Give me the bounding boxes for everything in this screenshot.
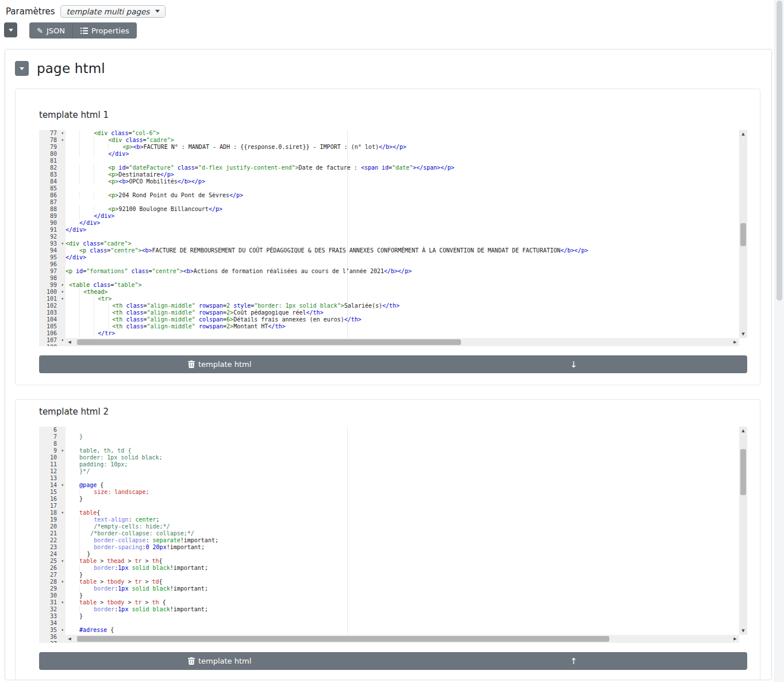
fold-marker-icon[interactable]: ▾ <box>61 482 64 489</box>
page-scrollbar-thumb[interactable] <box>777 1 782 301</box>
fold-marker-icon[interactable]: ▾ <box>61 578 64 585</box>
line-number: 92 <box>39 233 66 240</box>
line-number: 101▾ <box>39 296 66 302</box>
scroll-right-arrow-icon[interactable]: ▶ <box>731 635 739 643</box>
scroll-left-arrow-icon[interactable]: ◀ <box>66 338 74 346</box>
line-number: 12 <box>39 468 66 475</box>
line-number: 88 <box>39 206 66 213</box>
page-title: page html <box>37 61 105 76</box>
code-line <box>66 620 739 627</box>
line-number: 82 <box>39 164 66 171</box>
line-number: 10 <box>39 454 66 461</box>
line-number: 29 <box>39 585 66 592</box>
code-line: <p class="centre"><b>FACTURE DE REMBOURS… <box>66 247 739 254</box>
vertical-scrollbar[interactable]: ▲▼ <box>739 130 747 338</box>
code-line: <th class="align-middle" colspan=6>Détai… <box>66 316 739 323</box>
scroll-up-arrow-icon[interactable]: ▲ <box>739 427 747 435</box>
code-line: size: landscape; <box>66 489 739 496</box>
code-line: <div class="col-6"> <box>66 130 739 137</box>
vertical-scrollbar-thumb[interactable] <box>740 449 746 495</box>
move-template-down-button[interactable]: ↓ <box>400 355 747 373</box>
editor-code-area[interactable]: } table, th, td { border: 1px solid blac… <box>66 427 739 643</box>
fold-marker-icon[interactable]: ▾ <box>61 447 64 454</box>
line-number: 90 <box>39 220 66 227</box>
line-number: 98 <box>39 275 66 282</box>
fold-marker-icon[interactable]: ▾ <box>61 240 64 247</box>
fold-marker-icon[interactable]: ▾ <box>61 627 64 634</box>
fold-marker-icon[interactable]: ▾ <box>61 509 64 516</box>
fold-marker-icon[interactable]: ▾ <box>61 130 64 137</box>
line-number: 104 <box>39 316 66 323</box>
line-number: 16 <box>39 496 66 503</box>
code-line: <th class="align-middle" rowspan=2>Monta… <box>66 323 739 330</box>
line-number: 83 <box>39 171 66 178</box>
line-number: 27 <box>39 572 66 578</box>
parameters-label: Paramètres <box>6 6 55 17</box>
scroll-up-arrow-icon[interactable]: ▲ <box>739 130 747 138</box>
code-line: } <box>66 551 739 558</box>
code-line: <p><b>FACTURE N° : MANDAT - ADH : {{resp… <box>66 144 739 151</box>
fold-marker-icon[interactable]: ▾ <box>61 558 64 565</box>
line-number: 36 <box>39 634 66 641</box>
page-html-collapse-button[interactable] <box>15 61 29 76</box>
delete-template-button[interactable]: template html <box>39 652 400 670</box>
code-editor[interactable]: 6789▾1011121314▾15161718▾19202122232425▾… <box>39 427 747 643</box>
template-select[interactable]: template multi pages <box>60 5 166 18</box>
toolbar: ✎ JSON Properties <box>4 22 784 40</box>
line-number: 102 <box>39 302 66 309</box>
fold-marker-icon[interactable]: ▾ <box>61 337 64 344</box>
properties-view-button[interactable]: Properties <box>72 22 137 39</box>
horizontal-scrollbar-thumb[interactable] <box>77 339 461 345</box>
line-number: 94 <box>39 247 66 254</box>
horizontal-scrollbar-thumb[interactable] <box>77 636 609 642</box>
template-card-1: template html 177▾78▾7980818283848586878… <box>15 89 760 385</box>
line-number: 81 <box>39 158 66 164</box>
vertical-scrollbar[interactable]: ▲▼ <box>739 427 747 635</box>
code-line: table > tbody > tr > th { <box>66 599 739 606</box>
code-line: <div class="cadre"> <box>66 240 739 247</box>
template-actions-bar: template html↓ <box>39 355 747 373</box>
code-line: table > tbody > tr > td{ <box>66 578 739 585</box>
scroll-down-arrow-icon[interactable]: ▼ <box>739 330 747 338</box>
code-line: border:1px solid black!important; <box>66 606 739 613</box>
scroll-right-arrow-icon[interactable]: ▶ <box>731 338 739 346</box>
template-cards-container: template html 177▾78▾7980818283848586878… <box>15 89 760 680</box>
page-scrollbar[interactable] <box>774 0 784 682</box>
code-line: #adresse { <box>66 627 739 634</box>
json-view-button[interactable]: ✎ JSON <box>29 22 72 39</box>
scroll-left-arrow-icon[interactable]: ◀ <box>66 635 74 643</box>
scroll-down-arrow-icon[interactable]: ▼ <box>739 627 747 635</box>
line-number: 21 <box>39 530 66 537</box>
code-editor[interactable]: 77▾78▾798081828384858687888990919293▾949… <box>39 130 747 346</box>
code-line <box>66 233 739 240</box>
move-template-up-button[interactable]: ↑ <box>400 652 747 670</box>
fold-marker-icon[interactable]: ▾ <box>61 599 64 606</box>
code-line: border: 1px solid black; <box>66 454 739 461</box>
vertical-scrollbar-thumb[interactable] <box>740 223 746 246</box>
horizontal-scrollbar[interactable]: ◀▶ <box>66 338 739 346</box>
properties-view-label: Properties <box>91 26 129 35</box>
code-line: </div> <box>66 227 739 233</box>
line-number: 24 <box>39 551 66 558</box>
code-line: <p id="dateFacture" class="d-flex justif… <box>66 164 739 171</box>
chevron-down-icon <box>155 10 160 13</box>
fold-marker-icon[interactable]: ▾ <box>61 282 64 289</box>
code-line: <table class="table"> <box>66 282 739 289</box>
line-number: 19 <box>39 516 66 523</box>
fold-marker-icon[interactable]: ▾ <box>61 137 64 144</box>
line-number: 77▾ <box>39 130 66 137</box>
delete-template-button[interactable]: template html <box>39 355 400 373</box>
fold-marker-icon[interactable]: ▾ <box>61 296 64 302</box>
code-line: <p>Destinataire</p> <box>66 171 739 178</box>
editor-code-area[interactable]: <div class="col-6"> <div class="cadre"> … <box>66 130 739 346</box>
line-number: 107▾ <box>39 337 66 344</box>
code-line <box>66 503 739 509</box>
collapse-all-button[interactable] <box>4 22 17 37</box>
line-number: 17 <box>39 503 66 509</box>
line-number: 15 <box>39 489 66 496</box>
fold-marker-icon[interactable]: ▾ <box>61 289 64 296</box>
line-number: 13 <box>39 475 66 482</box>
code-line: border:1px solid black!important; <box>66 585 739 592</box>
horizontal-scrollbar[interactable]: ◀▶ <box>66 635 739 643</box>
template-card-title: template html 2 <box>39 407 747 417</box>
